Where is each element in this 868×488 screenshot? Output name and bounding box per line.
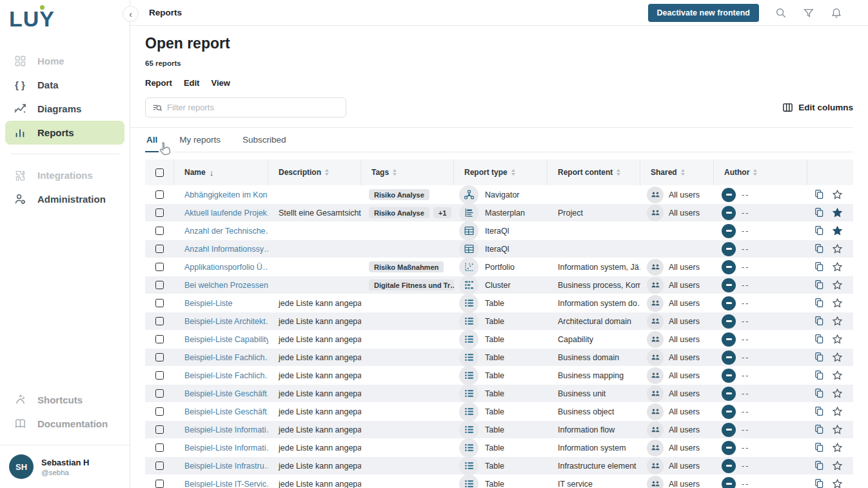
bell-icon[interactable] — [831, 7, 842, 19]
table-row[interactable]: Beispiel-Liste Informati…jede Liste kann… — [145, 438, 853, 456]
report-name-link[interactable]: Beispiel-Liste Informati… — [184, 425, 268, 434]
row-checkbox[interactable] — [155, 425, 164, 434]
tag-pill[interactable]: Risiko Analyse — [369, 189, 429, 200]
column-header-report-type[interactable]: Report type — [454, 159, 547, 185]
report-name-link[interactable]: Anzahl Informationssy… — [184, 245, 268, 254]
tag-more-pill[interactable]: +1 — [433, 207, 452, 218]
luy-logo[interactable]: LUY — [0, 0, 130, 31]
menu-report[interactable]: Report — [145, 78, 172, 88]
report-name-link[interactable]: Beispiel-Liste Geschäft… — [184, 407, 268, 416]
star-icon[interactable] — [832, 460, 843, 471]
column-header-shared[interactable]: Shared — [640, 159, 714, 185]
star-icon[interactable] — [832, 442, 843, 453]
menu-edit[interactable]: Edit — [184, 78, 200, 88]
report-name-link[interactable]: Beispiel-Liste Geschäft… — [184, 389, 268, 398]
tab-all[interactable]: All — [145, 135, 159, 152]
star-icon[interactable] — [832, 478, 843, 488]
table-row[interactable]: Beispiel-Liste Geschäft…jede Liste kann … — [145, 384, 853, 402]
table-row[interactable]: Anzahl der Technische…IteraQl-- — [145, 221, 853, 239]
copy-icon[interactable] — [814, 352, 824, 363]
tag-pill[interactable]: Digitale Fitness und Tr… — [369, 280, 454, 290]
copy-icon[interactable] — [814, 370, 824, 381]
tab-my-reports[interactable]: My reports — [178, 135, 222, 152]
sidebar-item-administration[interactable]: Administration — [5, 187, 124, 211]
report-name-link[interactable]: Beispiel-Liste Architekt… — [184, 317, 268, 326]
sidebar-item-shortcuts[interactable]: Shortcuts — [5, 388, 124, 412]
report-name-link[interactable]: Beispiel-Liste IT-Servic… — [184, 480, 268, 488]
row-checkbox[interactable] — [155, 407, 164, 416]
star-icon[interactable] — [832, 189, 843, 200]
row-checkbox[interactable] — [155, 443, 164, 452]
report-name-link[interactable]: Abhängigkeiten im Kon… — [184, 190, 268, 199]
tag-pill[interactable]: Risiko Analyse — [369, 207, 429, 218]
copy-icon[interactable] — [814, 298, 824, 309]
copy-icon[interactable] — [814, 334, 824, 345]
copy-icon[interactable] — [814, 189, 824, 200]
select-all-checkbox[interactable] — [155, 168, 164, 177]
column-header-name[interactable]: Name↓ — [174, 159, 268, 185]
table-row[interactable]: Beispiel-Liste Geschäft…jede Liste kann … — [145, 402, 853, 420]
sidebar-collapse-button[interactable]: ‹ — [123, 6, 139, 22]
copy-icon[interactable] — [814, 460, 824, 471]
column-header-description[interactable]: Description — [268, 159, 361, 185]
copy-icon[interactable] — [814, 316, 824, 327]
sidebar-item-home[interactable]: Home — [5, 49, 124, 73]
tag-pill[interactable]: Risiko Maßnahmen — [369, 261, 444, 272]
row-checkbox[interactable] — [155, 299, 164, 307]
row-checkbox[interactable] — [155, 335, 164, 343]
sidebar-item-reports[interactable]: Reports — [5, 121, 124, 145]
row-checkbox[interactable] — [155, 263, 164, 271]
table-row[interactable]: Beispiel-Liste IT-Servic…jede Liste kann… — [145, 474, 853, 488]
copy-icon[interactable] — [814, 280, 824, 290]
row-checkbox[interactable] — [155, 389, 164, 398]
column-header-tags[interactable]: Tags — [361, 159, 454, 185]
star-icon[interactable] — [832, 370, 843, 381]
tab-subscribed[interactable]: Subscribed — [241, 135, 288, 152]
sidebar-item-diagrams[interactable]: Diagrams — [5, 97, 124, 121]
column-header-report-content[interactable]: Report content — [547, 159, 640, 185]
copy-icon[interactable] — [814, 243, 824, 254]
copy-icon[interactable] — [814, 424, 824, 435]
row-checkbox[interactable] — [155, 480, 164, 488]
user-profile[interactable]: SH Sebastian H @sebha — [0, 445, 130, 488]
edit-columns-button[interactable]: Edit columns — [782, 102, 853, 113]
report-name-link[interactable]: Aktuell laufende Projek… — [184, 208, 268, 218]
copy-icon[interactable] — [814, 478, 824, 488]
row-checkbox[interactable] — [155, 353, 164, 361]
table-row[interactable]: Anzahl Informationssy…IteraQl-- — [145, 239, 853, 258]
copy-icon[interactable] — [814, 261, 824, 272]
report-name-link[interactable]: Beispiel-Liste Capability — [184, 335, 268, 344]
table-row[interactable]: Beispiel-Listejede Liste kann angepa…Tab… — [145, 294, 853, 312]
table-row[interactable]: Beispiel-Liste Informati…jede Liste kann… — [145, 420, 853, 438]
report-name-link[interactable]: Bei welchen Prozessen… — [184, 281, 268, 290]
row-checkbox[interactable] — [155, 462, 164, 470]
table-row[interactable]: Applikationsporfolio Ü…Risiko MaßnahmenP… — [145, 258, 853, 276]
row-checkbox[interactable] — [155, 245, 164, 253]
report-name-link[interactable]: Applikationsporfolio Ü… — [184, 263, 268, 272]
filter-icon[interactable] — [803, 7, 814, 19]
star-icon[interactable] — [832, 424, 843, 435]
row-checkbox[interactable] — [155, 371, 164, 380]
report-name-link[interactable]: Beispiel-Liste Fachlich… — [184, 353, 268, 362]
row-checkbox[interactable] — [155, 208, 164, 217]
star-filled-icon[interactable] — [832, 225, 843, 236]
table-row[interactable]: Aktuell laufende Projek…Stellt eine Gesa… — [145, 203, 853, 221]
copy-icon[interactable] — [814, 388, 824, 399]
table-row[interactable]: Bei welchen Prozessen…Digitale Fitness u… — [145, 276, 853, 294]
star-icon[interactable] — [832, 352, 843, 363]
report-name-link[interactable]: Beispiel-Liste Fachlich… — [184, 371, 268, 380]
star-icon[interactable] — [832, 280, 843, 290]
copy-icon[interactable] — [814, 406, 824, 417]
star-filled-icon[interactable] — [832, 207, 843, 218]
star-icon[interactable] — [832, 316, 843, 327]
star-icon[interactable] — [832, 406, 843, 417]
copy-icon[interactable] — [814, 442, 824, 453]
row-checkbox[interactable] — [155, 227, 164, 235]
column-header-author[interactable]: Author — [714, 159, 807, 185]
report-name-link[interactable]: Beispiel-Liste — [184, 299, 232, 308]
table-row[interactable]: Beispiel-Liste Infrastru…jede Liste kann… — [145, 456, 853, 474]
table-row[interactable]: Beispiel-Liste Architekt…jede Liste kann… — [145, 312, 853, 330]
sidebar-item-documentation[interactable]: Documentation — [5, 412, 124, 436]
star-icon[interactable] — [832, 388, 843, 399]
filter-reports-input[interactable] — [167, 103, 339, 112]
